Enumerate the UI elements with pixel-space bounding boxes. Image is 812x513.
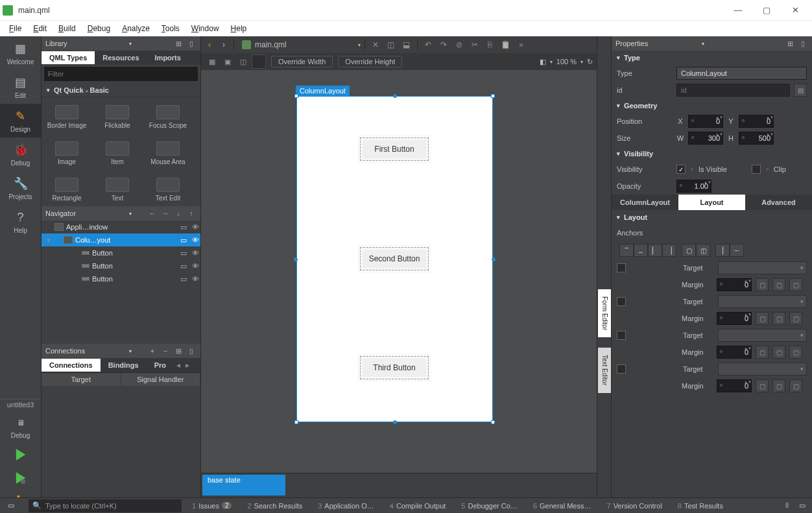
mode-design[interactable]: ✎Design (0, 104, 41, 137)
split-h-icon[interactable]: ◫ (385, 38, 398, 51)
override-width-input[interactable]: Override Width (271, 56, 333, 67)
target-combo[interactable]: ▾ (718, 363, 807, 376)
item-image[interactable]: Image (42, 135, 92, 171)
status-general[interactable]: 6General Mess… (528, 502, 597, 510)
locator-input[interactable]: 🔍Type to locate (Ctrl+K) (29, 499, 182, 512)
library-close-icon[interactable]: ▯ (186, 38, 197, 49)
ptab-advanced[interactable]: Advanced (745, 195, 812, 210)
id-input[interactable]: id (676, 84, 790, 97)
item-focus-scope[interactable]: Focus Scope (143, 99, 193, 135)
tab-scroll-left[interactable]: ◂ (174, 361, 183, 370)
pos-x-input[interactable]: 0▲▼ (688, 115, 723, 128)
refresh-icon[interactable]: ↻ (587, 58, 593, 66)
anchors-tool-icon[interactable]: ◫ (236, 54, 250, 69)
visible-checkbox[interactable] (676, 165, 686, 174)
tab-scroll-right[interactable]: ▸ (183, 361, 192, 370)
stop-icon[interactable]: ⊘ (453, 38, 466, 51)
menu-tools[interactable]: Tools (156, 23, 185, 34)
conn-split-icon[interactable]: ⊞ (173, 346, 184, 356)
nav-row-button[interactable]: Button▭👁 (42, 272, 200, 285)
button-first[interactable]: First Button (360, 137, 429, 161)
tab-qml-types[interactable]: QML Types (42, 51, 95, 64)
section-layout[interactable]: Layout (612, 210, 812, 224)
copy-icon[interactable]: ⎘ (484, 38, 497, 51)
window-minimize-button[interactable]: — (724, 1, 752, 19)
state-base[interactable]: base state (202, 475, 285, 495)
ptab-layout[interactable]: Layout (678, 195, 745, 210)
nav-row-window[interactable]: Appli…indow▭👁 (42, 221, 200, 233)
status-appoutput[interactable]: 3Application O… (313, 502, 379, 510)
nav-row-button[interactable]: Button▭👁 (42, 246, 200, 259)
cut-icon[interactable]: ✂ (468, 38, 481, 51)
tab-text-editor[interactable]: Text Editor (598, 348, 611, 393)
clip-checkbox[interactable] (752, 165, 761, 174)
library-filter-input[interactable]: Filter (44, 67, 198, 81)
doc-back-icon[interactable]: ‹ (204, 40, 215, 49)
run-debug-button[interactable] (0, 466, 41, 490)
undo-icon[interactable]: ↶ (422, 38, 435, 51)
anchor-center-icon[interactable]: ◫ (696, 244, 710, 257)
item-flickable[interactable]: Flickable (92, 99, 143, 135)
tab-resources[interactable]: Resources (95, 51, 147, 64)
output-pane-toggle[interactable]: ▭ (8, 501, 14, 510)
doc-forward-icon[interactable]: › (218, 40, 230, 49)
anchor-enable-checkbox[interactable] (617, 263, 626, 272)
type-field[interactable]: ColumnLayout (676, 67, 807, 80)
margin-mode-icon[interactable]: ▢ (756, 278, 769, 291)
target-combo[interactable]: ▾ (718, 329, 807, 342)
tab-connections[interactable]: Connections (42, 359, 101, 372)
snap-icon[interactable]: ▦ (205, 54, 219, 69)
status-search[interactable]: 2Search Results (242, 502, 307, 510)
window-close-button[interactable]: ✕ (781, 1, 809, 19)
status-updown-icon[interactable]: ⇳ (784, 501, 790, 510)
tab-form-editor[interactable]: Form Editor (598, 289, 611, 337)
menu-file[interactable]: File (4, 23, 27, 34)
mode-edit[interactable]: ▤Edit (0, 70, 41, 104)
margin-input[interactable]: 0▲▼ (717, 312, 752, 325)
menu-analyze[interactable]: Analyze (117, 23, 155, 34)
width-input[interactable]: 300▲▼ (688, 132, 723, 145)
run-button[interactable] (0, 443, 41, 466)
target-combo[interactable]: ▾ (718, 295, 807, 308)
props-close-icon[interactable]: ▯ (798, 38, 808, 49)
nav-down-icon[interactable]: ↓ (173, 208, 184, 219)
anchor-enable-checkbox[interactable] (617, 331, 626, 340)
item-border-image[interactable]: Border Image (42, 99, 92, 135)
height-input[interactable]: 500▲▼ (739, 132, 774, 145)
item-mouse-area[interactable]: Mouse Area (143, 135, 193, 171)
anchor-fill-icon[interactable]: ▢ (682, 244, 696, 257)
more-icon[interactable]: » (515, 38, 528, 51)
library-category[interactable]: Qt Quick - Basic (42, 83, 200, 97)
ptab-columnlayout[interactable]: ColumnLayout (612, 195, 678, 210)
document-tab[interactable]: main.qml (238, 40, 291, 49)
tab-imports[interactable]: Imports (147, 51, 189, 64)
nav-row-button[interactable]: Button▭👁 (42, 259, 200, 272)
split-v-icon[interactable]: ⬓ (400, 38, 413, 51)
tab-bindings[interactable]: Bindings (101, 359, 147, 372)
target-combo[interactable]: ▾ (718, 261, 807, 274)
tab-pro[interactable]: Pro (147, 359, 174, 372)
anchor-enable-checkbox[interactable] (617, 297, 626, 306)
menu-edit[interactable]: Edit (28, 23, 52, 34)
item-rectangle[interactable]: Rectangle (42, 171, 92, 206)
connections-col-target[interactable]: Target (42, 373, 121, 386)
connections-col-signal[interactable]: Signal Handler (121, 373, 201, 386)
bounds-icon[interactable]: ▣ (221, 54, 235, 69)
status-issues[interactable]: 1Issues2 (187, 502, 237, 510)
status-vcs[interactable]: 7Version Control (602, 502, 667, 510)
anchor-top-icon[interactable]: ⎺ (619, 244, 634, 257)
menu-build[interactable]: Build (53, 23, 81, 34)
menu-help[interactable]: Help (226, 23, 252, 34)
margin-input[interactable]: 0▲▼ (717, 278, 752, 291)
nav-row-columnlayout[interactable]: ▾Colu…yout▭👁 (42, 233, 200, 246)
close-doc-icon[interactable]: ✕ (369, 38, 382, 51)
menu-window[interactable]: Window (186, 23, 224, 34)
item-text-edit[interactable]: Text Edit (143, 171, 193, 206)
section-visibility[interactable]: Visibility (612, 147, 812, 161)
pos-y-input[interactable]: 0▲▼ (739, 115, 774, 128)
mode-projects[interactable]: 🔧Projects (0, 171, 41, 205)
margin-input[interactable]: 0▲▼ (717, 346, 752, 359)
status-close-pane-icon[interactable]: ▭ (799, 501, 806, 510)
nav-right-icon[interactable]: → (160, 208, 171, 219)
anchor-bottom-icon[interactable]: ⎽ (634, 244, 648, 257)
